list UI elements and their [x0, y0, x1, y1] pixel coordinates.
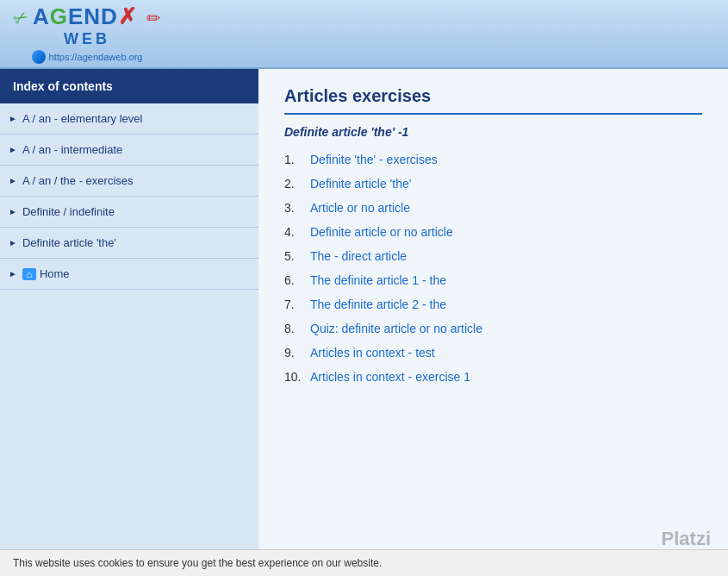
content-area: Articles exercises Definite article 'the… — [258, 69, 728, 552]
sidebar-item-elementary[interactable]: ► A / an - elementary level — [0, 103, 258, 135]
arrow-icon-6: ► — [9, 269, 17, 279]
exercise-link[interactable]: Articles in context - test — [310, 346, 435, 360]
list-number: 4. — [284, 225, 310, 239]
exercise-link[interactable]: The definite article 2 - the — [310, 297, 446, 311]
list-number: 5. — [284, 249, 310, 263]
exercise-link[interactable]: Articles in context - exercise 1 — [310, 370, 470, 384]
list-item: 7.The definite article 2 - the — [284, 297, 702, 311]
logo-area: ✂ AGEND✗ ✏ WEB https://agendaweb.org — [13, 3, 161, 64]
url-icon — [32, 50, 46, 64]
exercise-link[interactable]: Definite article 'the' — [310, 177, 411, 191]
sidebar-item-label-2: A / an - intermediate — [22, 143, 122, 156]
subtitle: Definite article 'the' -1 — [284, 125, 702, 139]
sidebar-item-the-exercises[interactable]: ► A / an / the - exercises — [0, 166, 258, 197]
logo-url[interactable]: https://agendaweb.org — [32, 50, 143, 64]
header: ✂ AGEND✗ ✏ WEB https://agendaweb.org — [0, 0, 728, 69]
list-item: 2.Definite article 'the' — [284, 177, 702, 191]
watermark: Platzi — [662, 528, 711, 550]
main-layout: Index of contents ► A / an - elementary … — [0, 69, 728, 552]
home-icon — [22, 268, 36, 280]
url-text: https://agendaweb.org — [49, 52, 143, 62]
sidebar-title: Index of contents — [0, 69, 258, 103]
sidebar-item-label-1: A / an - elementary level — [22, 112, 142, 125]
sidebar-item-definite-article[interactable]: ► Definite article 'the' — [0, 228, 258, 259]
logo-text: AGEND✗ — [33, 3, 145, 29]
list-item: 1.Definite 'the' - exercises — [284, 153, 702, 166]
pencil-icon: ✏ — [146, 8, 161, 28]
page-title: Articles exercises — [284, 86, 702, 106]
list-number: 7. — [284, 297, 310, 311]
list-number: 3. — [284, 201, 310, 215]
sidebar-item-intermediate[interactable]: ► A / an - intermediate — [0, 135, 258, 166]
exercise-link[interactable]: Article or no article — [310, 201, 410, 215]
sidebar-item-label-5: Definite article 'the' — [22, 236, 116, 249]
list-number: 6. — [284, 273, 310, 287]
exercise-link[interactable]: Definite article or no article — [310, 225, 453, 239]
sidebar-item-label-3: A / an / the - exercises — [22, 174, 134, 187]
arrow-icon-1: ► — [9, 114, 17, 123]
list-number: 1. — [284, 153, 310, 166]
list-item: 4.Definite article or no article — [284, 225, 702, 239]
exercise-link[interactable]: The definite article 1 - the — [310, 273, 446, 287]
title-divider — [284, 113, 702, 115]
list-item: 3.Article or no article — [284, 201, 702, 215]
cookie-bar: This website uses cookies to ensure you … — [0, 549, 728, 552]
list-number: 2. — [284, 177, 310, 191]
arrow-icon-3: ► — [9, 176, 17, 185]
list-item: 5.The - direct article — [284, 249, 702, 263]
sidebar-item-home[interactable]: ► Home — [0, 259, 258, 290]
list-item: 10.Articles in context - exercise 1 — [284, 370, 702, 384]
exercise-link[interactable]: Quiz: definite article or no article — [310, 322, 482, 335]
exercise-list: 1.Definite 'the' - exercises2.Definite a… — [284, 153, 702, 384]
list-number: 8. — [284, 322, 310, 335]
sidebar-item-label-6: Home — [40, 267, 70, 280]
list-item: 8.Quiz: definite article or no article — [284, 322, 702, 335]
sidebar-item-definite-indefinite[interactable]: ► Definite / indefinite — [0, 197, 258, 228]
exercise-link[interactable]: The - direct article — [310, 249, 407, 263]
sidebar-item-label-4: Definite / indefinite — [22, 205, 115, 218]
list-item: 6.The definite article 1 - the — [284, 273, 702, 287]
exercise-link[interactable]: Definite 'the' - exercises — [310, 153, 438, 166]
arrow-icon-2: ► — [9, 145, 17, 154]
list-item: 9.Articles in context - test — [284, 346, 702, 360]
scissors-icon: ✂ — [9, 5, 32, 30]
arrow-icon-4: ► — [9, 207, 17, 216]
logo-top: ✂ AGEND✗ ✏ — [13, 3, 161, 30]
sidebar: Index of contents ► A / an - elementary … — [0, 69, 258, 552]
list-number: 9. — [284, 346, 310, 360]
logo-subtitle: WEB — [64, 30, 110, 48]
list-number: 10. — [284, 370, 310, 384]
arrow-icon-5: ► — [9, 238, 17, 247]
